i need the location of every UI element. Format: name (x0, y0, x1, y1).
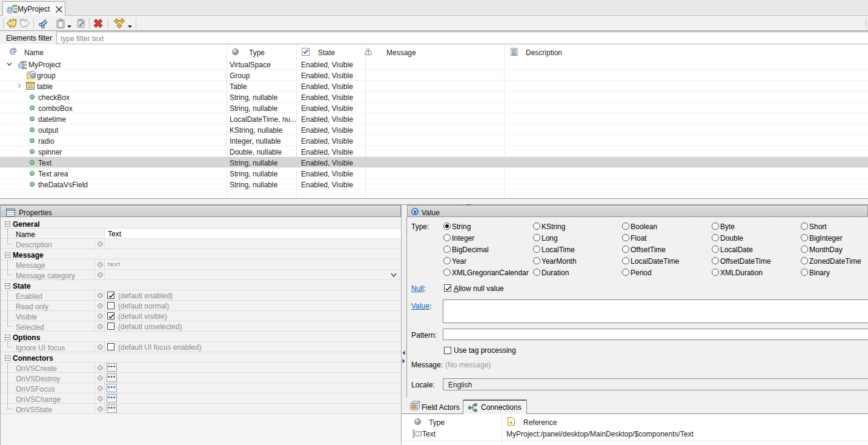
svg-text:@: @ (30, 72, 36, 78)
svg-text:@: @ (9, 46, 17, 55)
